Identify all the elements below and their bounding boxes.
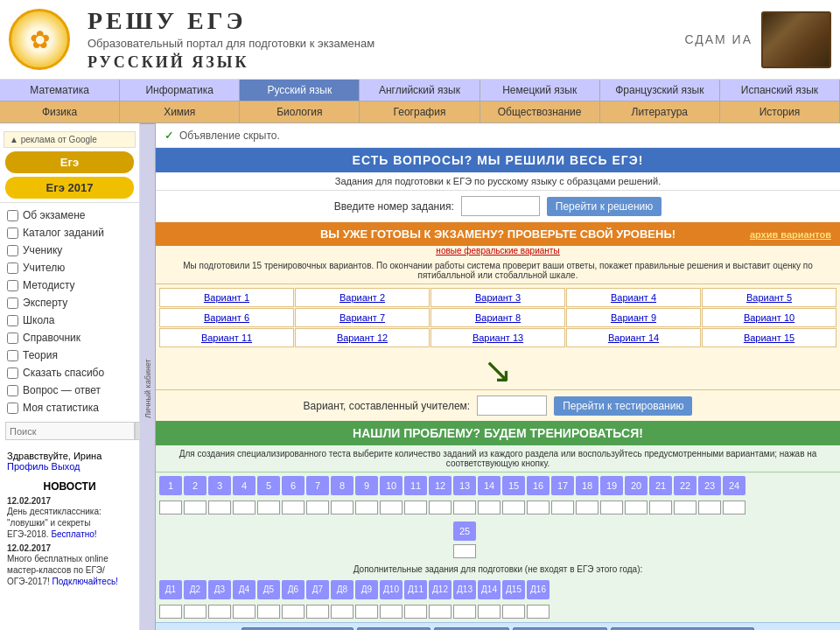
num-checkbox-21[interactable] [649, 500, 672, 514]
sidebar-item-catalog[interactable]: Каталог заданий [0, 224, 139, 242]
variant-cell-3[interactable]: Вариант 3 [430, 288, 565, 307]
d-checkbox-Д1[interactable] [159, 605, 182, 619]
ege2017-button[interactable]: Егэ 2017 [5, 177, 134, 199]
new-variants-link[interactable]: новые февральские варианты [156, 246, 840, 257]
sidebar-item-student[interactable]: Ученику [0, 242, 139, 259]
d-button-Д11[interactable]: Д11 [404, 580, 427, 599]
search-input[interactable] [5, 422, 135, 440]
num25-button[interactable]: 25 [453, 522, 476, 541]
sidebar-item-expert[interactable]: Эксперту [0, 294, 139, 312]
num-button-23[interactable]: 23 [698, 476, 721, 495]
d-button-Д3[interactable]: Д3 [208, 580, 231, 599]
num-button-15[interactable]: 15 [502, 476, 525, 495]
num-button-13[interactable]: 13 [453, 476, 476, 495]
d-button-Д15[interactable]: Д15 [502, 580, 525, 599]
nav-spanish[interactable]: Испанский язык [720, 80, 840, 101]
cabinet-tab[interactable]: Личный кабинет [140, 123, 156, 630]
sidebar-item-teacher[interactable]: Учителю [0, 259, 139, 276]
d-checkbox-Д6[interactable] [282, 605, 304, 619]
num-button-9[interactable]: 9 [355, 476, 378, 495]
num-button-4[interactable]: 4 [233, 476, 256, 495]
num-button-22[interactable]: 22 [674, 476, 696, 495]
nav-biology[interactable]: Биология [240, 102, 360, 122]
teacher-variant-button[interactable]: Перейти к тестированию [554, 396, 692, 416]
variant-cell-12[interactable]: Вариант 12 [295, 328, 430, 347]
num-button-19[interactable]: 19 [600, 476, 623, 495]
num-checkbox-12[interactable] [429, 500, 452, 514]
num-checkbox-22[interactable] [674, 500, 696, 514]
sidebar-item-school[interactable]: Школа [0, 312, 139, 329]
variant-cell-4[interactable]: Вариант 4 [566, 288, 701, 307]
archive-link[interactable]: архив вариантов [750, 229, 831, 240]
d-checkbox-Д10[interactable] [380, 605, 402, 619]
task-number-input[interactable] [461, 196, 540, 216]
variant-cell-1[interactable]: Вариант 1 [159, 288, 294, 307]
d-button-Д10[interactable]: Д10 [380, 580, 402, 599]
num-checkbox-24[interactable] [723, 500, 746, 514]
d-checkbox-Д7[interactable] [306, 605, 329, 619]
num-checkbox-1[interactable] [159, 500, 182, 514]
num-checkbox-10[interactable] [380, 500, 402, 514]
num-checkbox-7[interactable] [306, 500, 329, 514]
d-checkbox-Д12[interactable] [429, 605, 452, 619]
nav-english[interactable]: Английский язык [360, 80, 480, 101]
nav-history[interactable]: История [720, 102, 840, 122]
num-checkbox-14[interactable] [478, 500, 500, 514]
d-button-Д2[interactable]: Д2 [184, 580, 206, 599]
num-checkbox-18[interactable] [576, 500, 598, 514]
nav-physics[interactable]: Физика [0, 102, 120, 122]
nav-geography[interactable]: География [360, 102, 480, 122]
num-button-14[interactable]: 14 [478, 476, 500, 495]
d-checkbox-Д15[interactable] [502, 605, 525, 619]
variant-cell-13[interactable]: Вариант 13 [430, 328, 565, 347]
d-checkbox-Д2[interactable] [184, 605, 206, 619]
sidebar-check-catalog[interactable] [7, 228, 18, 239]
num-checkbox-8[interactable] [331, 500, 354, 514]
sidebar-check-student[interactable] [7, 245, 18, 256]
d-button-Д12[interactable]: Д12 [429, 580, 452, 599]
num-checkbox-20[interactable] [625, 500, 648, 514]
num-button-7[interactable]: 7 [306, 476, 329, 495]
num-checkbox-4[interactable] [233, 500, 256, 514]
num-button-24[interactable]: 24 [723, 476, 746, 495]
d-button-Д14[interactable]: Д14 [478, 580, 500, 599]
sidebar-item-reference[interactable]: Справочник [0, 329, 139, 346]
ege-button[interactable]: Егэ [5, 151, 134, 173]
num-button-18[interactable]: 18 [576, 476, 598, 495]
nav-math[interactable]: Математика [0, 80, 120, 101]
sidebar-item-theory[interactable]: Теория [0, 346, 139, 364]
variant-cell-11[interactable]: Вариант 11 [159, 328, 294, 347]
go-to-solution-button[interactable]: Перейти к решению [547, 197, 662, 216]
num-button-17[interactable]: 17 [551, 476, 574, 495]
sidebar-check-theory[interactable] [7, 350, 18, 361]
sidebar-item-qa[interactable]: Вопрос — ответ [0, 382, 139, 399]
d-checkbox-Д13[interactable] [453, 605, 476, 619]
d-button-Д4[interactable]: Д4 [233, 580, 256, 599]
num-checkbox-16[interactable] [527, 500, 550, 514]
news-link-2[interactable]: Подключайтесь! [52, 577, 118, 586]
d-checkbox-Д16[interactable] [527, 605, 550, 619]
nav-chemistry[interactable]: Химия [120, 102, 240, 122]
num-button-8[interactable]: 8 [331, 476, 354, 495]
num-button-11[interactable]: 11 [404, 476, 427, 495]
sidebar-item-about[interactable]: Об экзамене [0, 206, 139, 224]
variant-cell-6[interactable]: Вариант 6 [159, 308, 294, 327]
num-button-12[interactable]: 12 [429, 476, 452, 495]
sidebar-item-methodist[interactable]: Методисту [0, 276, 139, 294]
num-checkbox-5[interactable] [257, 500, 280, 514]
num-button-3[interactable]: 3 [208, 476, 231, 495]
nav-social[interactable]: Обществознание [480, 102, 600, 122]
num-checkbox-15[interactable] [502, 500, 525, 514]
sidebar-check-teacher[interactable] [7, 262, 18, 274]
num-checkbox-17[interactable] [551, 500, 574, 514]
d-button-Д13[interactable]: Д13 [453, 580, 476, 599]
num-button-5[interactable]: 5 [257, 476, 280, 495]
sidebar-check-about[interactable] [7, 210, 18, 221]
variant-cell-9[interactable]: Вариант 9 [566, 308, 701, 327]
d-checkbox-Д9[interactable] [355, 605, 378, 619]
profile-link[interactable]: Профиль [7, 461, 49, 472]
d-checkbox-Д14[interactable] [478, 605, 500, 619]
variant-cell-10[interactable]: Вариант 10 [702, 308, 836, 327]
d-checkbox-Д4[interactable] [233, 605, 256, 619]
num-checkbox-23[interactable] [698, 500, 721, 514]
